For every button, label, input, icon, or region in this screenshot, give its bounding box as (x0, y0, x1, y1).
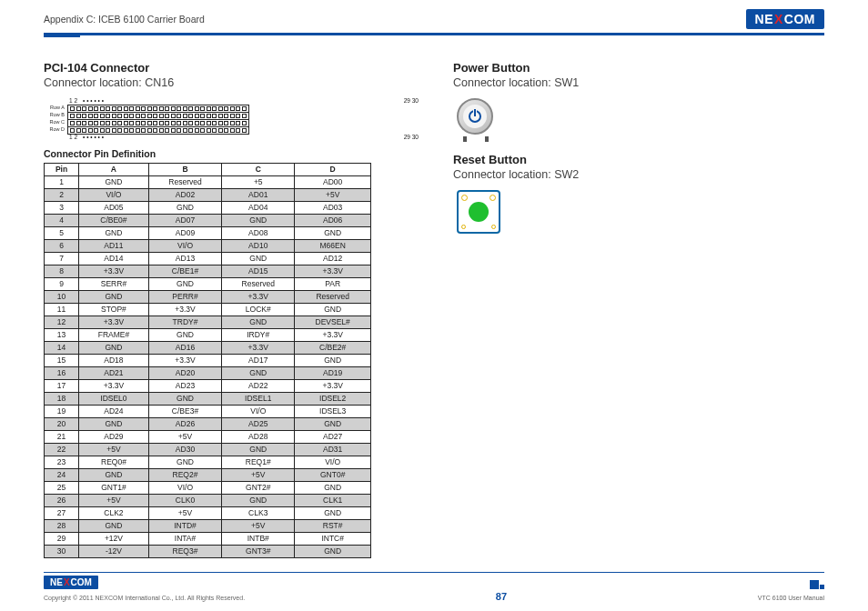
table-cell: LOCK# (222, 303, 295, 316)
table-cell: C/BE0# (79, 214, 149, 226)
table-cell: AD15 (222, 265, 295, 277)
table-row: 26+5VCLK0GNDCLK1 (45, 494, 371, 506)
table-row: 24GNDREQ2#+5VGNT0# (45, 468, 371, 481)
power-button-icon (457, 98, 495, 140)
table-cell: AD17 (222, 354, 295, 366)
table-cell: +12V (79, 532, 149, 545)
reset-location: Connector location: SW2 (453, 168, 817, 181)
table-cell: +5V (148, 430, 221, 443)
table-cell: 27 (45, 506, 79, 519)
table-cell: GND (295, 545, 371, 557)
table-cell: GND (295, 506, 371, 519)
table-row: 22+5VAD30GNDAD31 (45, 443, 371, 456)
table-cell: 18 (45, 392, 79, 405)
copyright-text: Copyright © 2011 NEXCOM International Co… (44, 595, 245, 601)
table-cell: GNT1# (79, 481, 149, 494)
table-row: 5GNDAD09AD08GND (45, 226, 371, 239)
table-row: 15AD18+3.3VAD17GND (45, 354, 371, 366)
table-cell: VI/O (222, 405, 295, 417)
table-cell: +5V (79, 494, 149, 506)
table-cell: GND (222, 252, 295, 265)
table-cell: GND (148, 328, 221, 341)
table-row: 28GNDINTD#+5VRST# (45, 519, 371, 532)
table-cell: 23 (45, 456, 79, 468)
table-cell: 30 (45, 545, 79, 557)
table-cell: +5V (222, 519, 295, 532)
table-cell: AD31 (295, 443, 371, 456)
table-cell: GND (222, 443, 295, 456)
table-row: 13FRAME#GNDIRDY#+3.3V (45, 328, 371, 341)
pin-definition-table: PinABCD 1GNDReserved+5AD002VI/OAD02AD01+… (44, 163, 371, 558)
table-row: 6AD11VI/OAD10M66EN (45, 239, 371, 252)
table-row: 11STOP#+3.3VLOCK#GND (45, 303, 371, 316)
table-row: 10GNDPERR#+3.3VReserved (45, 290, 371, 303)
table-cell: CLK3 (222, 506, 295, 519)
table-cell: AD01 (222, 188, 295, 201)
table-cell: AD18 (79, 354, 149, 366)
table-cell: AD09 (148, 226, 221, 239)
table-cell: GND (295, 303, 371, 316)
table-cell: GNT2# (222, 481, 295, 494)
table-cell: +3.3V (79, 265, 149, 277)
table-cell: 16 (45, 366, 79, 379)
table-cell: 8 (45, 265, 79, 277)
table-cell: AD04 (222, 201, 295, 214)
column-right: Power Button Connector location: SW1 Res… (453, 61, 817, 558)
table-cell: 5 (45, 226, 79, 239)
table-cell: +3.3V (295, 328, 371, 341)
table-cell: CLK1 (295, 494, 371, 506)
table-header-cell: Pin (45, 163, 79, 175)
table-cell: GND (79, 341, 149, 354)
table-cell: VI/O (148, 481, 221, 494)
table-cell: 1 (45, 175, 79, 188)
table-cell: +3.3V (295, 265, 371, 277)
table-cell: IDSEL1 (222, 392, 295, 405)
table-cell: REQ2# (148, 468, 221, 481)
nexcom-logo: NEXCOM (746, 9, 824, 29)
table-row: 27CLK2+5VCLK3GND (45, 506, 371, 519)
table-cell: GND (295, 354, 371, 366)
table-cell: +3.3V (79, 316, 149, 328)
table-row: 17+3.3VAD23AD22+3.3V (45, 379, 371, 392)
page-footer: NEXCOM Copyright © 2011 NEXCOM Internati… (0, 572, 868, 602)
table-cell: GND (79, 226, 149, 239)
table-cell: AD12 (295, 252, 371, 265)
manual-name: VTC 6100 User Manual (758, 595, 824, 601)
table-row: 14GNDAD16+3.3VC/BE2# (45, 341, 371, 354)
table-cell: AD07 (148, 214, 221, 226)
table-cell: AD02 (148, 188, 221, 201)
table-cell: IDSEL3 (295, 405, 371, 417)
table-cell: IRDY# (222, 328, 295, 341)
table-cell: AD20 (148, 366, 221, 379)
table-cell: AD25 (222, 417, 295, 430)
table-cell: AD03 (295, 201, 371, 214)
table-cell: INTC# (295, 532, 371, 545)
pci104-title: PCI-104 Connector (44, 61, 426, 75)
table-cell: 26 (45, 494, 79, 506)
table-cell: C/BE3# (148, 405, 221, 417)
diagram-dots-b: • • • (83, 135, 92, 141)
table-cell: GND (79, 468, 149, 481)
table-cell: +3.3V (295, 379, 371, 392)
table-cell: INTD# (148, 519, 221, 532)
table-cell: GND (222, 316, 295, 328)
table-cell: AD16 (148, 341, 221, 354)
table-header-cell: D (295, 163, 371, 175)
table-cell: AD11 (79, 239, 149, 252)
table-cell: AD23 (148, 379, 221, 392)
table-cell: AD19 (295, 366, 371, 379)
table-cell: C/BE1# (148, 265, 221, 277)
table-cell: Reserved (295, 290, 371, 303)
connector-diagram: 1 2 • • • • • • 29 30 Row ARow BRow CRow… (44, 98, 426, 141)
table-cell: 28 (45, 519, 79, 532)
table-cell: STOP# (79, 303, 149, 316)
table-cell: CLK2 (79, 506, 149, 519)
table-cell: GND (148, 201, 221, 214)
table-row: 8+3.3VC/BE1#AD15+3.3V (45, 265, 371, 277)
table-cell: GND (148, 277, 221, 290)
table-cell: M66EN (295, 239, 371, 252)
table-header-cell: A (79, 163, 149, 175)
table-cell: AD10 (222, 239, 295, 252)
table-cell: GND (148, 456, 221, 468)
table-cell: GND (222, 366, 295, 379)
